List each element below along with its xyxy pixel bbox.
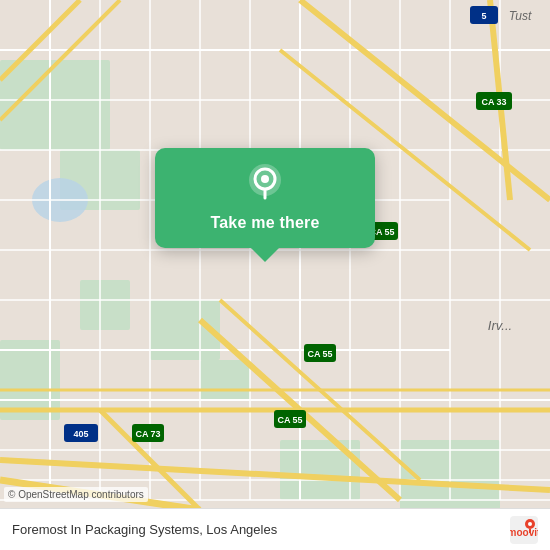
svg-text:CA 73: CA 73 xyxy=(135,429,160,439)
svg-text:Tust: Tust xyxy=(509,9,532,23)
svg-rect-7 xyxy=(280,440,360,500)
svg-text:CA 55: CA 55 xyxy=(307,349,332,359)
location-pin-icon xyxy=(243,162,287,206)
location-label: Foremost In Packaging Systems, Los Angel… xyxy=(12,522,510,537)
svg-text:CA 55: CA 55 xyxy=(277,415,302,425)
popup-card[interactable]: Take me there xyxy=(155,148,375,248)
svg-rect-4 xyxy=(80,280,130,330)
map-attribution: © OpenStreetMap contributors xyxy=(4,487,148,502)
map-svg: 405 CA 55 CA 55 CA 55 CA 73 5 CA 33 Irv.… xyxy=(0,0,550,550)
svg-text:5: 5 xyxy=(481,11,486,21)
svg-rect-6 xyxy=(200,360,250,400)
map-container: 405 CA 55 CA 55 CA 55 CA 73 5 CA 33 Irv.… xyxy=(0,0,550,550)
svg-text:moovit: moovit xyxy=(510,527,538,538)
bottom-bar: Foremost In Packaging Systems, Los Angel… xyxy=(0,508,550,550)
svg-text:Irv...: Irv... xyxy=(488,318,512,333)
svg-point-65 xyxy=(528,522,532,526)
svg-text:CA 33: CA 33 xyxy=(481,97,506,107)
take-me-there-button[interactable]: Take me there xyxy=(210,214,319,232)
svg-text:405: 405 xyxy=(73,429,88,439)
svg-point-61 xyxy=(261,175,269,183)
moovit-icon: moovit xyxy=(510,516,538,544)
moovit-logo: moovit xyxy=(510,516,538,544)
